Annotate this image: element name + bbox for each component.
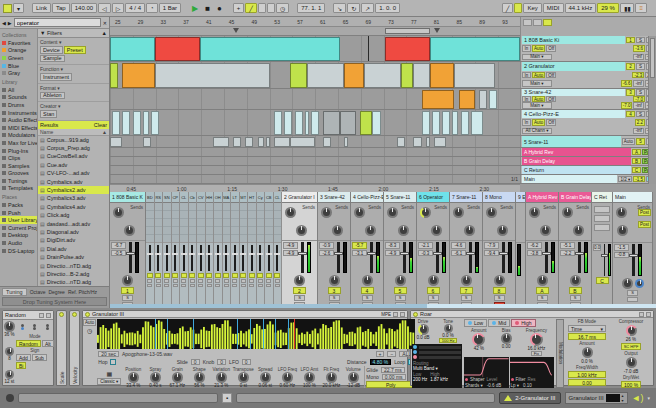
- push-dropdown[interactable]: ▾: [13, 3, 24, 13]
- arrangement-clip[interactable]: [323, 137, 331, 147]
- granulator-mpe-label[interactable]: MPE: [381, 312, 391, 317]
- granulator-save-icon[interactable]: [400, 312, 405, 317]
- device-collapsed-velocity[interactable]: Velocity: [69, 310, 80, 386]
- sidebar-item-grooves[interactable]: Grooves: [0, 170, 37, 178]
- send-b-knob[interactable]: [431, 225, 442, 236]
- pad-activator[interactable]: [266, 273, 272, 278]
- sidebar-item-sounds[interactable]: Sounds: [0, 94, 37, 102]
- pad-fader[interactable]: [242, 245, 244, 271]
- peak-value-box[interactable]: -4.9: [385, 250, 400, 257]
- pad-arm[interactable]: [147, 284, 152, 288]
- volume-value-box[interactable]: -2.1: [418, 242, 433, 249]
- volume-fader[interactable]: [632, 244, 635, 276]
- pan-knob[interactable]: [537, 275, 548, 286]
- pad-solo[interactable]: [190, 279, 195, 283]
- arrangement-clip[interactable]: [311, 111, 319, 135]
- pad-arm[interactable]: [258, 284, 263, 288]
- file-row[interactable]: ▤Cymbalics3.adv: [38, 194, 109, 202]
- roar-output-value[interactable]: -7.0 dB: [624, 369, 639, 374]
- track-name[interactable]: Main: [522, 175, 617, 183]
- clip-area[interactable]: [110, 36, 520, 61]
- monitor-off[interactable]: Off: [546, 72, 556, 79]
- monitor-off[interactable]: Off: [546, 119, 556, 126]
- menu-icon[interactable]: ≡: [635, 3, 647, 13]
- automation-value[interactable]: -7.0: [621, 102, 633, 109]
- arrangement-clip[interactable]: [489, 90, 497, 109]
- granulator-activator-led[interactable]: [85, 312, 90, 317]
- roar-tab-high[interactable]: High: [511, 319, 535, 327]
- volume-fader[interactable]: [370, 242, 373, 273]
- pad-solo[interactable]: [241, 279, 246, 283]
- pad-solo[interactable]: [249, 279, 254, 283]
- arrangement-clip[interactable]: [133, 111, 141, 135]
- knob-control[interactable]: [282, 372, 293, 383]
- roar-fb-mode-menu[interactable]: Time▾: [568, 325, 606, 332]
- volume-value-box[interactable]: -1.5: [614, 244, 629, 251]
- pad-solo[interactable]: [164, 279, 169, 283]
- mixer-track-tab[interactable]: 5 Snare-11: [384, 192, 416, 203]
- granulator-zoom-out-button[interactable]: −: [387, 351, 396, 357]
- mixer-track-tab[interactable]: 9 E: [516, 192, 525, 203]
- pad-solo[interactable]: [147, 279, 152, 283]
- knob-control[interactable]: [238, 372, 249, 383]
- results-sort-icon[interactable]: ▲: [102, 129, 107, 135]
- arrangement-clip[interactable]: [122, 111, 130, 135]
- pad-activator[interactable]: [189, 273, 195, 278]
- track-activator[interactable]: 4: [626, 111, 635, 118]
- file-row[interactable]: ▤Cymbalics.adv: [38, 177, 109, 185]
- mixer-track-tab[interactable]: 4 Cello-Pizz-E: [351, 192, 383, 203]
- pad-activator[interactable]: [232, 273, 238, 278]
- pan-knob[interactable]: [622, 278, 633, 289]
- track-name[interactable]: C Return: [522, 166, 631, 174]
- track-header-B[interactable]: B Grain DelayBPost: [520, 157, 656, 165]
- pad-tab[interactable]: CP: [172, 192, 180, 203]
- file-row[interactable]: ▤Directio...nTD.adg: [38, 261, 109, 269]
- pad-tab[interactable]: CL: [180, 192, 188, 203]
- arrangement-clip[interactable]: [397, 137, 405, 147]
- arrangement-clip[interactable]: [110, 137, 122, 147]
- output-routing-menu[interactable]: Main ▾: [522, 102, 552, 109]
- volume-value-box[interactable]: -5.7: [352, 242, 367, 249]
- arr-overview-button[interactable]: [523, 19, 532, 26]
- knob-control[interactable]: [216, 372, 227, 383]
- sidebar-item-desktop[interactable]: Desktop: [0, 232, 37, 240]
- arrangement-clip[interactable]: [200, 37, 339, 61]
- random-scale-value[interactable]: 12 st: [5, 379, 15, 384]
- pad-fader[interactable]: [268, 245, 270, 271]
- mixer-track-tab[interactable]: 1 808 Basic K: [110, 192, 145, 203]
- track-activator[interactable]: 5: [636, 138, 645, 145]
- volume-value-box[interactable]: 0.0: [593, 244, 601, 251]
- send-post-toggle[interactable]: Post: [638, 209, 651, 216]
- send-value[interactable]: -inf: [633, 128, 643, 135]
- mixer-track-tab[interactable]: A Hybrid Rev: [526, 192, 558, 203]
- pad-arm[interactable]: [224, 284, 229, 288]
- arrangement-clip[interactable]: [258, 137, 264, 147]
- tap-button[interactable]: Tap: [52, 3, 70, 13]
- results-clear-button[interactable]: Clear: [94, 122, 107, 128]
- pad-solo[interactable]: [181, 279, 186, 283]
- pad-fader[interactable]: [251, 245, 253, 271]
- clip-area[interactable]: 1/1: [110, 175, 520, 183]
- pad-fader[interactable]: [149, 245, 151, 271]
- arrangement-clip[interactable]: [413, 137, 421, 147]
- arrangement-clip[interactable]: [290, 63, 306, 88]
- roar-amount-knob[interactable]: [472, 333, 485, 346]
- track-header-3[interactable]: 3 Snare-423S●InAutoOff-7.0CMain ▾-7.0-in…: [520, 89, 656, 109]
- track-header-4[interactable]: 4 Cello-Pizz-E4S●InAutoOff2.2CAll Chann …: [520, 110, 656, 135]
- metronome-button[interactable]: ◔: [146, 3, 158, 13]
- pad-tab[interactable]: HH: [206, 192, 214, 203]
- arrangement-clip[interactable]: [430, 63, 455, 88]
- device-collapsed-scale[interactable]: Scale: [56, 310, 67, 386]
- monitor-auto[interactable]: Auto: [532, 119, 545, 126]
- arrangement-clip[interactable]: [151, 111, 159, 135]
- clip-area[interactable]: [110, 110, 520, 135]
- mixer-track-tab[interactable]: 3 Snare-42: [318, 192, 350, 203]
- mixer-track-tab[interactable]: C Ret: [592, 192, 612, 203]
- pad-arm[interactable]: [241, 284, 246, 288]
- roar-fb-time-value[interactable]: 16.7 ms: [568, 333, 606, 340]
- pad-solo[interactable]: [215, 279, 220, 283]
- pad-activator[interactable]: [181, 273, 187, 278]
- solo-button[interactable]: S: [428, 295, 439, 301]
- pad-fader[interactable]: [259, 245, 261, 271]
- send-a-knob[interactable]: [285, 207, 296, 218]
